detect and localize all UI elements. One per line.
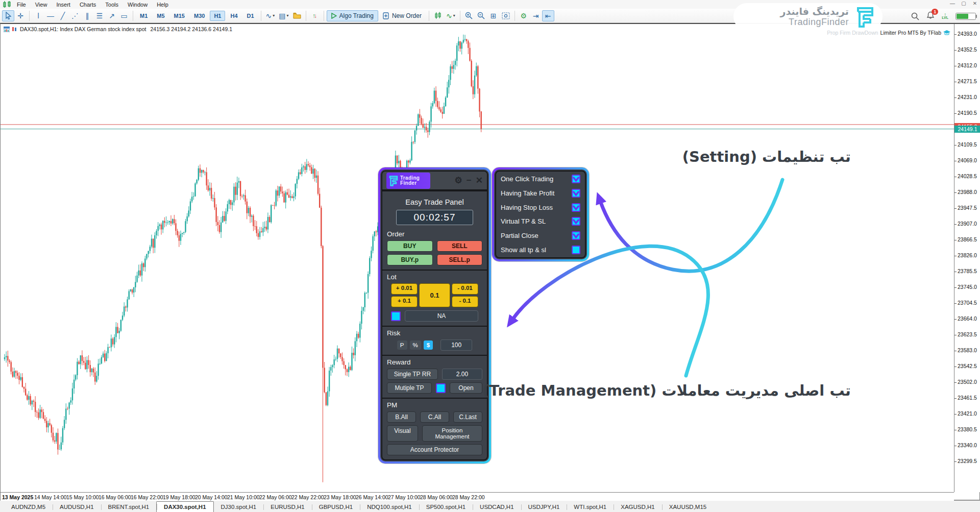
timeframe-m30[interactable]: M30: [190, 11, 209, 21]
buy-pending-button[interactable]: BUY.p: [387, 254, 433, 265]
close-icon[interactable]: ✕: [972, 1, 978, 6]
lot-minus-01-button[interactable]: - 0.1: [452, 296, 478, 307]
setting-checkbox[interactable]: [572, 203, 580, 212]
close-all-button[interactable]: C.All: [420, 411, 449, 423]
fibonacci-tool[interactable]: ⋰: [69, 10, 81, 21]
screenshot-icon[interactable]: [500, 10, 512, 21]
setting-checkbox[interactable]: [572, 217, 580, 226]
symbol-tab-brent.spot[interactable]: BRENT.spot,H1: [101, 502, 157, 512]
algo-trading-button[interactable]: Algo Trading: [327, 10, 378, 21]
level-indicator[interactable]: ↑LVL: [942, 13, 948, 19]
setting-row: Having Take Profit: [501, 189, 580, 198]
menu-file[interactable]: File: [12, 1, 31, 8]
cursor-tool[interactable]: [2, 10, 14, 21]
risk-points-toggle[interactable]: P: [397, 340, 407, 350]
sell-button[interactable]: SELL: [437, 240, 483, 252]
panel-minimize-icon[interactable]: −: [467, 176, 472, 185]
auto-trading-settings-icon[interactable]: ⚙: [518, 10, 530, 21]
menu-help[interactable]: Help: [152, 1, 173, 8]
folder-icon[interactable]: [291, 10, 303, 21]
risk-dollar-toggle[interactable]: $: [424, 340, 433, 350]
account-protector-button[interactable]: Account Protector: [387, 444, 482, 455]
lot-auto-checkbox[interactable]: [391, 311, 401, 321]
symbol-tab-sp500.spot[interactable]: SP500.spot,H1: [419, 502, 473, 512]
close-last-button[interactable]: C.Last: [453, 411, 482, 423]
timeframe-m5[interactable]: M5: [153, 11, 168, 21]
setting-checkbox[interactable]: [572, 246, 580, 254]
menu-tools[interactable]: Tools: [101, 1, 123, 8]
menu-view[interactable]: View: [31, 1, 52, 8]
date-axis[interactable]: 13 May 202514 May 14:0015 May 10:0016 Ma…: [1, 492, 954, 501]
arrow-tool[interactable]: ↗: [106, 10, 118, 21]
setting-row: Virtual TP & SL: [501, 217, 580, 226]
symbol-tab-xauusd[interactable]: XAUUSD,M15: [662, 502, 714, 512]
panel-close-icon[interactable]: ✕: [476, 176, 483, 185]
panel-settings-gear-icon[interactable]: ⚙: [455, 176, 462, 185]
zoom-in-icon[interactable]: [463, 10, 475, 21]
search-icon[interactable]: [911, 12, 919, 20]
timeframe-m1[interactable]: M1: [136, 11, 152, 21]
visual-button[interactable]: Visual: [387, 425, 418, 442]
crosshair-tool[interactable]: ✛: [14, 10, 27, 21]
minimize-icon[interactable]: —: [949, 1, 955, 6]
multiple-tp-button[interactable]: Mutiple TP: [387, 382, 432, 394]
symbol-tab-xagusd[interactable]: XAGUSD,H1: [614, 502, 662, 512]
menu-charts[interactable]: Charts: [75, 1, 101, 8]
indicators-icon[interactable]: ▤▾: [277, 10, 290, 21]
timeframe-m15[interactable]: M15: [170, 11, 189, 21]
menu-insert[interactable]: Insert: [52, 1, 75, 8]
timeframe-h4[interactable]: H4: [226, 11, 241, 21]
price-axis[interactable]: 24155.0 24149.1 24393.024352.524312.0242…: [954, 24, 980, 492]
break-even-all-button[interactable]: B.All: [387, 411, 416, 423]
new-order-button[interactable]: New Order: [378, 10, 426, 21]
date-tick: 15 May 10:00: [66, 494, 99, 500]
risk-percent-toggle[interactable]: %: [410, 340, 421, 350]
trendline-tool[interactable]: ╱: [57, 10, 69, 21]
vertical-line-tool[interactable]: ǀ: [32, 10, 44, 21]
position-management-button[interactable]: Position Management: [422, 425, 482, 442]
timeframe-h1[interactable]: H1: [210, 11, 225, 21]
chart-type-icon[interactable]: ∿▾: [264, 10, 277, 21]
symbol-tab-audnzd[interactable]: AUDNZD,M5: [4, 502, 53, 512]
setting-checkbox[interactable]: [572, 175, 580, 183]
rr-value-input[interactable]: 2.00: [442, 369, 482, 380]
zoom-out-icon[interactable]: [475, 10, 487, 21]
restore-icon[interactable]: ▢: [961, 1, 967, 6]
shapes-tool[interactable]: ▭: [118, 10, 130, 21]
buy-button[interactable]: BUY: [387, 240, 433, 252]
symbol-tab-ndq100.spot[interactable]: NDQ100.spot,H1: [360, 502, 419, 512]
lot-minus-001-button[interactable]: - 0.01: [452, 283, 478, 295]
depth-of-market-icon[interactable]: ↑↓: [309, 10, 321, 21]
sell-pending-button[interactable]: SELL.p: [437, 254, 483, 265]
single-tp-rr-button[interactable]: Single TP RR: [387, 369, 438, 380]
symbol-tab-dax30.spot[interactable]: DAX30.spot,H1: [156, 501, 213, 512]
setting-checkbox[interactable]: [572, 189, 580, 198]
open-button[interactable]: Open: [450, 382, 482, 394]
symbol-tab-wti.spot[interactable]: WTI.spot,H1: [567, 502, 614, 512]
na-button[interactable]: NA: [405, 310, 478, 322]
candlestick-mode-icon[interactable]: [432, 10, 444, 21]
line-style-icon[interactable]: ∿▾: [444, 10, 457, 21]
menu-window[interactable]: Window: [123, 1, 152, 8]
horizontal-line-tool[interactable]: —: [44, 10, 57, 21]
lot-value[interactable]: 0.1: [419, 283, 450, 307]
symbol-tab-usdjpy[interactable]: USDJPY,H1: [521, 502, 567, 512]
channel-tool[interactable]: ∥: [81, 10, 93, 21]
multiple-tp-checkbox[interactable]: [436, 383, 446, 393]
setting-checkbox[interactable]: [572, 231, 580, 240]
symbol-tab-gbpusd[interactable]: GBPUSD,H1: [312, 502, 360, 512]
symbol-tab-audusd[interactable]: AUDUSD,H1: [53, 502, 101, 512]
symbol-tab-eurusd[interactable]: EURUSD,H1: [263, 502, 311, 512]
notifications-bell[interactable]: 1: [926, 11, 935, 21]
chart-shift-end-icon[interactable]: ⇥: [530, 10, 542, 21]
timeframe-d1[interactable]: D1: [243, 11, 258, 21]
lot-plus-01-button[interactable]: + 0.1: [391, 296, 418, 307]
equidistant-tool[interactable]: ☰: [93, 10, 106, 21]
symbol-tab-usdcad[interactable]: USDCAD,H1: [473, 502, 521, 512]
lot-plus-001-button[interactable]: + 0.01: [391, 283, 418, 295]
chart-shift-icon[interactable]: ⇤: [542, 10, 554, 21]
symbol-tab-dj30.spot[interactable]: DJ30.spot,H1: [214, 502, 264, 512]
tile-windows-icon[interactable]: ⊞: [487, 10, 500, 21]
risk-value-input[interactable]: 100: [440, 339, 472, 351]
new-order-icon: [383, 12, 389, 19]
